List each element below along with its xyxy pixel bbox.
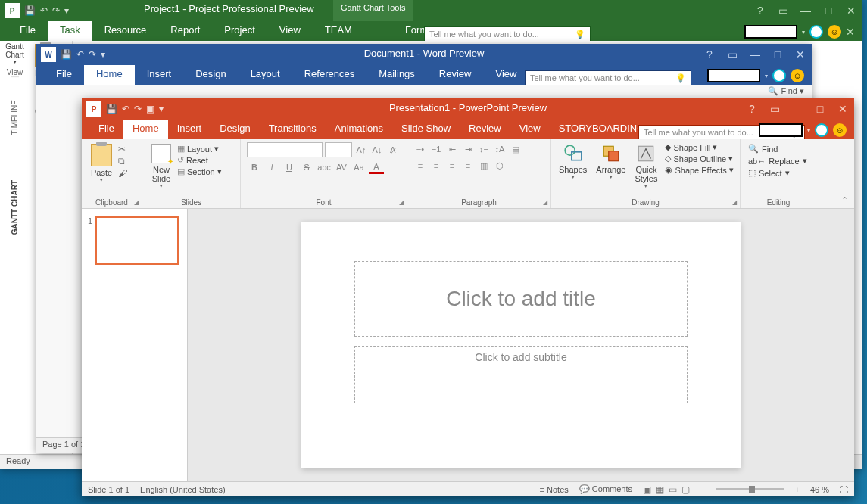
start-show-icon[interactable]: ▣: [146, 104, 154, 114]
minimize-icon[interactable]: —: [744, 44, 766, 65]
clear-format-icon[interactable]: A̷: [386, 143, 400, 157]
feedback-smiley-icon[interactable]: ☺: [833, 123, 847, 137]
ribbon-options-icon[interactable]: ▭: [772, 0, 794, 21]
user-name-box[interactable]: [759, 123, 803, 137]
tab-task[interactable]: Task: [48, 21, 92, 41]
strikethrough-button[interactable]: S: [299, 160, 314, 174]
numbering-icon[interactable]: ≡1: [429, 142, 443, 156]
tab-report[interactable]: Report: [158, 21, 212, 41]
comments-button[interactable]: 💬 Comments: [579, 484, 632, 494]
feedback-smiley-icon[interactable]: ☺: [828, 25, 841, 39]
zoom-level-label[interactable]: 46 %: [810, 485, 829, 494]
tab-file[interactable]: File: [89, 120, 123, 139]
columns-icon[interactable]: ▥: [477, 159, 491, 173]
paste-button[interactable]: Paste ▾: [88, 142, 115, 185]
tab-view[interactable]: View: [267, 21, 313, 41]
dialog-launcher-icon[interactable]: ◢: [543, 199, 547, 206]
line-spacing-icon[interactable]: ↕≡: [477, 142, 491, 156]
user-dropdown-icon[interactable]: ▾: [802, 29, 805, 36]
tab-mailings[interactable]: Mailings: [366, 65, 427, 85]
dialog-launcher-icon[interactable]: ◢: [399, 199, 404, 206]
tab-slideshow[interactable]: Slide Show: [392, 120, 460, 139]
find-button[interactable]: 🔍 Find ▾: [768, 86, 804, 96]
section-button[interactable]: ▤Section ▾: [177, 166, 222, 176]
cortana-icon[interactable]: [815, 123, 828, 137]
italic-button[interactable]: I: [264, 160, 279, 174]
gantt-chart-button[interactable]: Gantt Chart ▾: [5, 42, 23, 65]
shape-fill-button[interactable]: ◆Shape Fill ▾: [665, 142, 733, 152]
redo-icon[interactable]: ↷: [52, 5, 60, 16]
shape-effects-button[interactable]: ◉Shape Effects ▾: [665, 165, 733, 175]
redo-icon[interactable]: ↷: [89, 49, 96, 60]
cortana-icon[interactable]: [772, 69, 786, 82]
notes-button[interactable]: ≡ Notes: [540, 485, 569, 494]
reset-button[interactable]: ↺Reset: [177, 155, 222, 165]
font-size-combo[interactable]: [325, 142, 352, 157]
ribbon-options-icon[interactable]: ▭: [721, 44, 744, 65]
dialog-launcher-icon[interactable]: ◢: [134, 199, 139, 206]
bullets-icon[interactable]: ≡•: [413, 142, 427, 156]
sorter-view-icon[interactable]: ▦: [656, 484, 664, 495]
redo-icon[interactable]: ↷: [134, 104, 142, 114]
quick-styles-button[interactable]: Quick Styles▾: [633, 142, 659, 191]
arrange-button[interactable]: Arrange▾: [594, 142, 627, 182]
tab-review[interactable]: Review: [427, 65, 484, 85]
find-button[interactable]: 🔍Find: [748, 144, 809, 154]
subtitle-placeholder[interactable]: Click to add subtitle: [354, 346, 688, 403]
cortana-icon[interactable]: [809, 25, 823, 39]
align-right-icon[interactable]: ≡: [445, 159, 459, 173]
tab-animations[interactable]: Animations: [326, 120, 392, 139]
minimize-icon[interactable]: —: [794, 0, 817, 21]
font-color-icon[interactable]: A: [369, 160, 384, 174]
tab-layout[interactable]: Layout: [239, 65, 292, 85]
normal-view-icon[interactable]: ▣: [643, 484, 651, 495]
char-spacing-icon[interactable]: AV: [334, 160, 349, 174]
justify-icon[interactable]: ≡: [461, 159, 475, 173]
maximize-icon[interactable]: □: [809, 98, 831, 120]
zoom-out-icon[interactable]: −: [700, 485, 705, 494]
tab-transitions[interactable]: Transitions: [260, 120, 326, 139]
user-name-box[interactable]: [707, 69, 760, 82]
title-placeholder[interactable]: Click to add title: [354, 261, 688, 337]
layout-button[interactable]: ▦Layout ▾: [177, 144, 222, 154]
collapse-ribbon-icon[interactable]: ⌃: [841, 195, 848, 205]
zoom-slider[interactable]: [716, 488, 784, 490]
tab-resource[interactable]: Resource: [92, 21, 159, 41]
close-icon[interactable]: ✕: [831, 98, 854, 120]
qat-dropdown-icon[interactable]: ▾: [101, 49, 105, 60]
fit-to-window-icon[interactable]: ⛶: [840, 485, 848, 494]
ribbon-options-icon[interactable]: ▭: [763, 98, 786, 120]
user-dropdown-icon[interactable]: ▾: [765, 73, 768, 79]
close-icon[interactable]: ✕: [789, 44, 812, 65]
cut-icon[interactable]: ✂: [118, 144, 127, 154]
tab-review[interactable]: Review: [460, 120, 510, 139]
bold-button[interactable]: B: [247, 160, 262, 174]
qat-dropdown-icon[interactable]: ▾: [159, 104, 164, 114]
tab-team[interactable]: TEAM: [313, 21, 364, 41]
close-icon[interactable]: ✕: [840, 0, 862, 21]
undo-icon[interactable]: ↶: [40, 5, 48, 16]
language-label[interactable]: English (United States): [140, 485, 226, 494]
maximize-icon[interactable]: □: [766, 44, 789, 65]
increase-indent-icon[interactable]: ⇥: [461, 142, 475, 156]
save-icon[interactable]: 💾: [106, 104, 117, 114]
tab-file[interactable]: File: [44, 65, 84, 85]
align-center-icon[interactable]: ≡: [429, 159, 443, 173]
align-left-icon[interactable]: ≡: [413, 159, 427, 173]
tab-insert[interactable]: Insert: [135, 65, 184, 85]
text-direction-icon[interactable]: ↕A: [493, 142, 507, 156]
smartart-icon[interactable]: ⬡: [493, 159, 507, 173]
tab-design[interactable]: Design: [183, 65, 238, 85]
help-icon[interactable]: ?: [741, 98, 763, 120]
underline-button[interactable]: U: [282, 160, 297, 174]
save-icon[interactable]: 💾: [61, 49, 72, 60]
tab-view[interactable]: View: [510, 120, 550, 139]
undo-icon[interactable]: ↶: [122, 104, 129, 114]
slide[interactable]: Click to add title Click to add subtitle: [301, 222, 741, 468]
tab-home[interactable]: Home: [123, 120, 168, 139]
feedback-smiley-icon[interactable]: ☺: [791, 69, 804, 82]
tab-project[interactable]: Project: [212, 21, 267, 41]
select-button[interactable]: ⬚Select ▾: [748, 168, 809, 178]
shape-outline-button[interactable]: ◇Shape Outline ▾: [665, 154, 733, 163]
change-case-icon[interactable]: Aa: [351, 160, 366, 174]
